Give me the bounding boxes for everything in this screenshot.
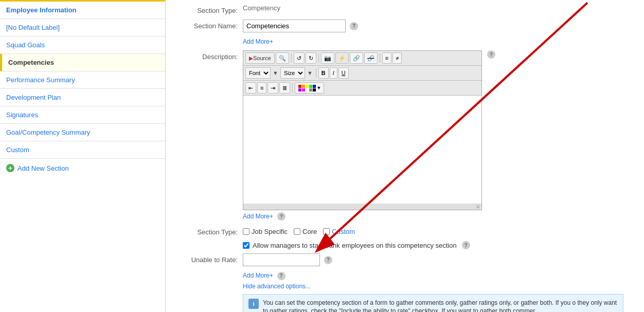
sidebar-item-signatures[interactable]: Signatures: [0, 106, 165, 124]
sidebar-item-custom[interactable]: Custom: [0, 141, 165, 159]
add-section-icon: +: [6, 164, 14, 172]
section-type-label: Section Type:: [176, 4, 243, 14]
add-more-unable-help[interactable]: ?: [277, 272, 285, 280]
hide-advanced-link[interactable]: Hide advanced options...: [243, 283, 311, 290]
sidebar-item-competencies[interactable]: Competencies: [0, 54, 165, 71]
list-ol-button[interactable]: ≠: [392, 52, 402, 64]
main-content: Section Type: Competency Section Name: ?…: [166, 0, 644, 312]
toolbar-row-1: ▶ Source 🔍 ↺ ↻: [243, 51, 481, 66]
toolbar-row-2: Font ▼ Size ▼ B I U: [243, 66, 481, 81]
italic-button[interactable]: I: [330, 67, 337, 79]
info-box: i You can set the competency section of …: [243, 294, 623, 313]
toolbar-sep-2: [318, 53, 319, 63]
section-type-checks-row: Section Type: Job Specific Core Custom: [176, 226, 634, 236]
sidebar: Employee Information [No Default Label] …: [0, 0, 166, 312]
add-new-section[interactable]: + Add New Section: [0, 159, 165, 177]
color-grid: [298, 84, 316, 92]
align-justify-button[interactable]: ≣: [279, 82, 290, 94]
font-select[interactable]: Font: [245, 67, 271, 79]
sidebar-item-squad-goals[interactable]: Squad Goals: [0, 36, 165, 54]
custom-checkbox[interactable]: [323, 228, 330, 235]
section-type-checks-label: Section Type:: [176, 226, 243, 236]
custom-check-label[interactable]: Custom: [323, 228, 355, 235]
flash-icon: ⚡: [338, 55, 346, 62]
stack-rank-help-icon[interactable]: ?: [462, 241, 470, 249]
unable-rate-label: Unable to Rate:: [176, 253, 243, 264]
align-right-button[interactable]: ⇥: [267, 82, 278, 94]
sidebar-item-goal-competency[interactable]: Goal/Competency Summary: [0, 124, 165, 141]
add-more-description-link[interactable]: Add More+: [243, 213, 273, 220]
add-more-section-name-row: Add More+: [176, 38, 634, 45]
resize-handle[interactable]: ⇲: [475, 204, 480, 209]
image-icon: 📷: [324, 55, 331, 62]
section-name-label: Section Name:: [176, 20, 243, 30]
search-icon: 🔍: [279, 55, 286, 62]
toolbar-sep-3: [380, 53, 380, 63]
undo-icon: ↺: [297, 55, 301, 62]
underline-button[interactable]: U: [338, 67, 349, 79]
list-ul-button[interactable]: ≡: [382, 52, 391, 64]
unable-rate-input[interactable]: [243, 253, 320, 266]
core-check-label[interactable]: Core: [294, 228, 317, 235]
unlink-button[interactable]: 🔗: [364, 52, 378, 64]
description-help-icon[interactable]: ?: [487, 50, 495, 59]
unlink-icon: 🔗: [367, 55, 374, 62]
align-left-button[interactable]: ⇤: [245, 82, 256, 94]
toolbar-sep-1: [291, 53, 292, 63]
section-name-row: Section Name: ?: [176, 20, 634, 32]
sidebar-item-employee-info[interactable]: Employee Information: [0, 0, 165, 19]
description-row: Description: ▶ Source 🔍: [176, 50, 634, 221]
align-center-button[interactable]: ≡: [257, 82, 266, 94]
image-button[interactable]: 📷: [321, 52, 334, 64]
editor-body[interactable]: [243, 96, 481, 204]
core-checkbox[interactable]: [294, 228, 300, 235]
stack-rank-checkbox[interactable]: [243, 242, 249, 249]
sidebar-item-no-default[interactable]: [No Default Label]: [0, 19, 165, 36]
align-justify-icon: ≣: [282, 85, 287, 91]
info-text: You can set the competency section of a …: [263, 299, 618, 313]
search-button[interactable]: 🔍: [276, 52, 289, 64]
align-right-icon: ⇥: [271, 85, 275, 91]
bold-button[interactable]: B: [318, 67, 329, 79]
add-more-section-name-link[interactable]: Add More+: [243, 38, 273, 45]
sidebar-item-development-plan[interactable]: Development Plan: [0, 89, 165, 106]
unable-rate-row: Unable to Rate: ?: [176, 253, 634, 266]
align-center-icon: ≡: [260, 85, 263, 91]
color-picker-button[interactable]: ▼: [295, 82, 324, 94]
flash-button[interactable]: ⚡: [335, 52, 349, 64]
redo-icon: ↻: [309, 55, 313, 62]
align-left-icon: ⇤: [248, 85, 253, 91]
toolbar-sep-5: [292, 83, 293, 93]
source-button[interactable]: ▶ Source: [245, 52, 275, 64]
toolbar-sep-4: [316, 68, 316, 78]
toolbar-row-3: ⇤ ≡ ⇥ ≣: [243, 81, 481, 96]
link-button[interactable]: 🔗: [350, 52, 363, 64]
editor-wrapper: ▶ Source 🔍 ↺ ↻: [243, 50, 482, 210]
job-specific-check-label[interactable]: Job Specific: [243, 228, 288, 235]
sidebar-item-performance-summary[interactable]: Performance Summary: [0, 71, 165, 89]
section-type-row: Section Type: Competency: [176, 4, 634, 14]
section-name-input[interactable]: [243, 20, 346, 32]
info-icon: i: [248, 299, 259, 309]
section-type-value: Competency: [243, 2, 280, 12]
list-ul-icon: ≡: [385, 55, 388, 61]
list-ol-icon: ≠: [396, 55, 399, 61]
job-specific-checkbox[interactable]: [243, 228, 249, 235]
add-more-help-icon[interactable]: ?: [277, 212, 285, 221]
section-name-help-icon[interactable]: ?: [350, 22, 358, 30]
stack-rank-row: Allow managers to stack rank employees o…: [243, 241, 634, 249]
unable-rate-help-icon[interactable]: ?: [324, 256, 332, 264]
link-icon: 🔗: [353, 55, 360, 62]
redo-button[interactable]: ↻: [306, 52, 316, 64]
size-select[interactable]: Size: [280, 67, 305, 79]
description-label: Description:: [176, 50, 243, 61]
undo-button[interactable]: ↺: [294, 52, 305, 64]
add-more-unable-link[interactable]: Add More+: [243, 272, 273, 279]
